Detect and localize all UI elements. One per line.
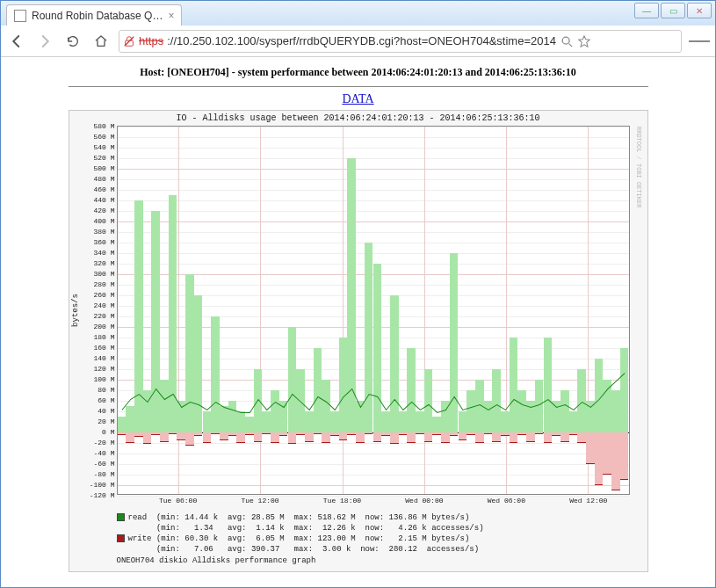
- y-tick: -40 M: [82, 449, 115, 457]
- y-tick: 420 M: [82, 207, 115, 214]
- plot-area: [117, 126, 630, 495]
- browser-toolbar: https ://10.250.102.100/sysperf/rrdbQUER…: [1, 25, 715, 57]
- window-controls: — ▭ ✕: [634, 3, 712, 18]
- page: Host: [ONEOH704] - system performance be…: [16, 62, 701, 572]
- y-tick: 260 M: [82, 291, 115, 299]
- y-tick: 500 M: [82, 164, 115, 172]
- y-tick: -80 M: [82, 470, 115, 478]
- svg-point-2: [562, 37, 569, 44]
- titlebar: Round Robin Database Q… × — ▭ ✕: [1, 1, 715, 25]
- y-tick: 20 M: [82, 417, 115, 425]
- y-axis-label: bytes/s: [69, 126, 82, 495]
- chart-title: IO - Alldisks usage between 2014:06:24:0…: [69, 111, 647, 126]
- y-tick: 340 M: [82, 249, 115, 257]
- legend-swatch-write: [117, 534, 125, 542]
- tab-title: Round Robin Database Q…: [32, 10, 163, 22]
- separator: [69, 86, 648, 87]
- y-tick: 560 M: [82, 133, 115, 141]
- search-icon[interactable]: [560, 34, 574, 48]
- read-line: [118, 127, 629, 494]
- url-text: ://10.250.102.100/sysperf/rrdbQUERYDB.cg…: [167, 34, 556, 47]
- svg-line-1: [125, 36, 134, 46]
- forward-button[interactable]: [34, 31, 55, 52]
- y-tick: 240 M: [82, 301, 115, 309]
- y-tick: 280 M: [82, 280, 115, 288]
- y-tick: 0 M: [82, 428, 115, 436]
- y-tick: 580 M: [82, 122, 115, 130]
- x-axis: Tue 06:00Tue 12:00Tue 18:00Wed 00:00Wed …: [117, 495, 630, 509]
- y-tick: 80 M: [82, 386, 115, 394]
- close-tab-icon[interactable]: ×: [168, 10, 174, 22]
- bookmark-star-icon[interactable]: [577, 34, 591, 48]
- y-tick: 440 M: [82, 196, 115, 204]
- y-tick: 520 M: [82, 154, 115, 162]
- rrdtool-watermark: RRDTOOL / TOBI OETIKER: [633, 127, 646, 519]
- maximize-button[interactable]: ▭: [661, 3, 685, 18]
- page-viewport[interactable]: Host: [ONEOH704] - system performance be…: [1, 57, 715, 587]
- y-tick: 460 M: [82, 185, 115, 193]
- url-scheme: https: [139, 34, 163, 47]
- y-tick: 220 M: [82, 312, 115, 320]
- x-tick: Tue 06:00: [159, 497, 197, 505]
- y-tick: -60 M: [82, 460, 115, 468]
- y-tick: 120 M: [82, 365, 115, 373]
- y-tick: -20 M: [82, 439, 115, 446]
- legend-footer: ONEOH704 diskio Alldisks performance gra…: [117, 556, 316, 565]
- x-tick: Wed 06:00: [488, 497, 525, 505]
- y-axis: 580 M560 M540 M520 M500 M480 M460 M440 M…: [82, 126, 117, 495]
- legend: read (min: 14.44 k avg: 28.85 M max: 518…: [69, 509, 647, 571]
- page-icon: [14, 10, 26, 22]
- y-tick: 40 M: [82, 407, 115, 415]
- y-tick: -100 M: [82, 481, 115, 489]
- y-tick: 380 M: [82, 228, 115, 236]
- x-tick: Wed 12:00: [569, 497, 607, 505]
- y-tick: 400 M: [82, 217, 115, 225]
- y-tick: 140 M: [82, 354, 115, 362]
- insecure-lock-icon: [123, 35, 135, 47]
- browser-tab[interactable]: Round Robin Database Q… ×: [6, 4, 182, 25]
- home-button[interactable]: [90, 31, 112, 52]
- y-tick: 100 M: [82, 375, 115, 383]
- address-bar[interactable]: https ://10.250.102.100/sysperf/rrdbQUER…: [119, 30, 682, 53]
- x-tick: Wed 00:00: [405, 497, 443, 505]
- data-link[interactable]: DATA: [16, 92, 701, 106]
- x-tick: Tue 12:00: [241, 497, 278, 505]
- y-tick: -120 M: [82, 491, 115, 499]
- x-tick: Tue 18:00: [323, 497, 361, 505]
- back-button[interactable]: [6, 31, 27, 52]
- page-title: Host: [ONEOH704] - system performance be…: [16, 62, 701, 83]
- reload-button[interactable]: [62, 31, 83, 52]
- minimize-button[interactable]: —: [634, 3, 659, 18]
- y-tick: 160 M: [82, 344, 115, 352]
- y-tick: 540 M: [82, 143, 115, 151]
- y-tick: 360 M: [82, 238, 115, 246]
- y-tick: 320 M: [82, 259, 115, 267]
- y-tick: 60 M: [82, 396, 115, 404]
- close-window-button[interactable]: ✕: [687, 3, 712, 18]
- y-tick: 200 M: [82, 323, 115, 330]
- y-tick: 300 M: [82, 270, 115, 278]
- legend-swatch-read: [117, 513, 125, 521]
- y-tick: 480 M: [82, 175, 115, 183]
- menu-button[interactable]: [689, 31, 710, 52]
- window-frame: Round Robin Database Q… × — ▭ ✕ https :/…: [0, 0, 716, 588]
- svg-line-3: [569, 43, 573, 47]
- y-tick: 180 M: [82, 333, 115, 341]
- chart: IO - Alldisks usage between 2014:06:24:0…: [69, 110, 648, 572]
